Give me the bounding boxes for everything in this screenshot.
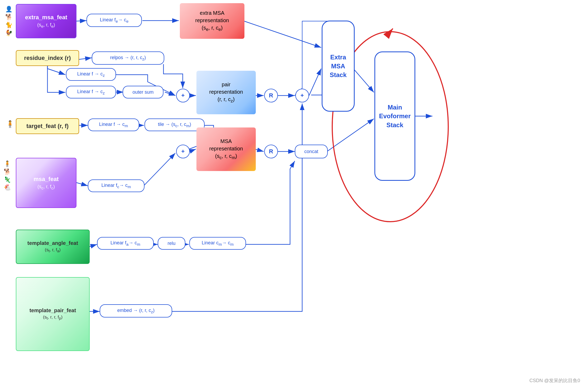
svg-line-2 [76, 21, 86, 21]
tile-pill: tile → (sc, r, cm) [144, 118, 205, 131]
R-pair-circle: R [264, 89, 278, 102]
pair-repr-box: pairrepresentation(r, r, cz) [196, 71, 256, 114]
target-feat-box: target_feat (r, f) [16, 118, 79, 134]
svg-line-11 [309, 69, 321, 96]
relpos-pill: relpos → (r, r, cz) [92, 51, 164, 65]
extra-msa-feat-icons: 👤 🐕 🐈 🐓 [5, 6, 12, 36]
svg-line-15 [144, 153, 175, 186]
linear-f-cz1-pill: Linear f → cz [66, 68, 116, 81]
R-msa-circle: R [264, 145, 278, 158]
linear-f-cz2-pill: Linear f → cz [66, 86, 116, 98]
svg-line-23 [327, 119, 374, 151]
svg-line-24 [353, 69, 374, 92]
linear-fc-cm-pill: Linear fc→ cm [88, 179, 144, 192]
msa-feat-icons: 🧍 🐕 🦎 🐔 [4, 160, 11, 191]
diagram-container: 👤 🐕 🐈 🐓 extra_msa_feat (se, r, fe) resid… [0, 0, 588, 389]
svg-line-17 [254, 149, 264, 151]
plus-right-circle: + [295, 89, 309, 102]
plus-pair-circle: + [176, 89, 190, 102]
svg-line-14 [76, 183, 88, 186]
extra-msa-stack-box: ExtraMSAStack [322, 21, 355, 112]
svg-line-5 [79, 58, 92, 59]
template-angle-feat-box: template_angle_feat (st, r, fa) [16, 230, 90, 264]
extra-msa-feat-box: extra_msa_feat (se, r, fe) [16, 4, 76, 38]
target-feat-icon: 🧍 [6, 120, 14, 128]
outer-sum-pill: outer sum [123, 86, 163, 98]
concat-pill: concat [295, 145, 328, 158]
relu-pill: relu [158, 237, 185, 250]
plus-msa-circle: + [176, 145, 190, 158]
linear-fa-cm-pill: Linear fa→ cm [97, 237, 154, 250]
svg-line-16 [190, 149, 196, 151]
embed-pill: embed → (r, r, cz) [100, 304, 172, 317]
msa-feat-box: msa_feat (sc, r, fc) [16, 158, 76, 208]
linear-f-cm-pill: Linear f → cm [88, 118, 139, 131]
main-evoformer-stack-box: MainEvoformerStack [374, 51, 415, 181]
linear-fe-ce-pill: Linear fe→ ce [86, 14, 142, 27]
template-pair-feat-box: template_pair_feat (st, r, r, fp) [16, 277, 90, 351]
svg-line-7 [165, 92, 175, 96]
extra-msa-repr-box: extra MSArepresentation(se, r, ce) [180, 3, 244, 39]
linear-cm-cm-pill: Linear cm→ cm [189, 237, 246, 250]
watermark: CSDN @发呆的比目鱼0 [529, 377, 580, 384]
svg-line-4 [243, 21, 321, 48]
msa-repr-box: MSArepresentation(sc, r, cm) [196, 127, 256, 171]
residue-index-box: residue_index (r) [16, 50, 79, 66]
